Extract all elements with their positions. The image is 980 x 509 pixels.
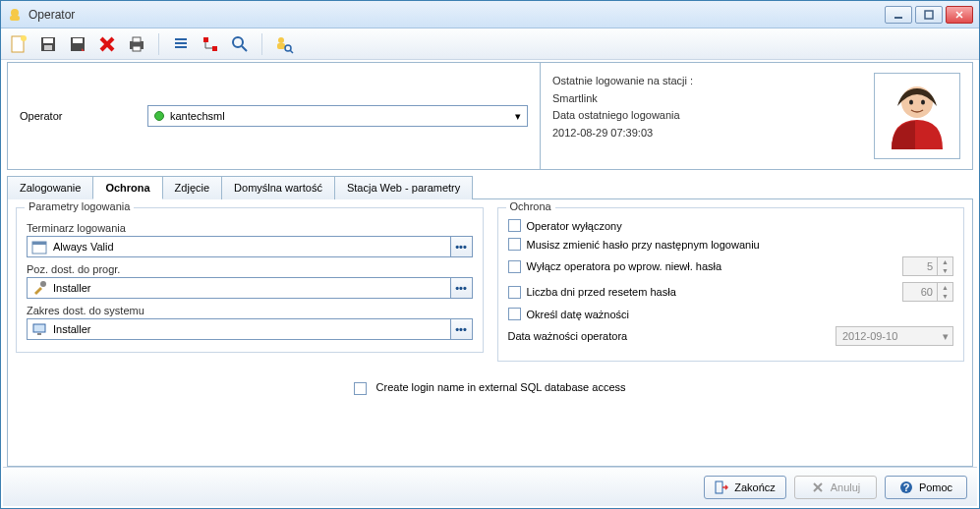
last-login-date-label: Data ostatniego logowania [552, 107, 864, 125]
fieldset-parametry-logowania: Parametry logowania Terminarz logowania … [16, 207, 484, 353]
chevron-down-icon: ▾ [943, 330, 949, 343]
checkbox-create-sql-login[interactable] [354, 382, 367, 395]
button-label: Pomoc [919, 481, 952, 493]
app-icon [7, 7, 23, 23]
last-login-station-value: Smartlink [552, 90, 864, 108]
button-label: Anuluj [831, 481, 861, 493]
tab-body: Parametry logowania Terminarz logowania … [7, 198, 973, 467]
svg-rect-38 [37, 333, 41, 335]
button-label: Zakończ [734, 481, 776, 493]
titlebar: Operator [1, 1, 979, 28]
print-icon[interactable] [127, 34, 146, 54]
list-icon[interactable] [171, 34, 191, 54]
checkbox-label: Określ datę ważności [527, 309, 630, 320]
help-button[interactable]: ? Pomoc [885, 476, 967, 499]
monitor-icon [31, 321, 47, 337]
checkbox-disable-after-bad-pwd[interactable] [508, 260, 521, 273]
svg-line-30 [290, 50, 293, 53]
svg-rect-9 [43, 38, 53, 43]
tab-zdjecie[interactable]: Zdjęcie [162, 176, 222, 199]
cancel-button: Anuluj [794, 476, 877, 499]
svg-point-25 [233, 37, 243, 47]
date-value: 2012-09-10 [842, 330, 897, 342]
svg-rect-16 [133, 37, 141, 42]
picker-value: Installer [51, 282, 450, 294]
save-icon[interactable] [38, 34, 58, 54]
minimize-button[interactable] [885, 6, 912, 24]
browse-button[interactable]: ••• [450, 319, 472, 339]
picker-value: Installer [51, 323, 450, 335]
tab-ochrona[interactable]: Ochrona [92, 176, 162, 199]
checkbox-must-change-password[interactable] [508, 238, 521, 251]
svg-rect-12 [73, 38, 83, 43]
save-as-icon[interactable] [68, 34, 87, 54]
spinner-value: 60 [903, 286, 937, 298]
hierarchy-icon[interactable] [201, 34, 220, 54]
label-zakres: Zakres dost. do systemu [27, 305, 473, 316]
label-poz-dost: Poz. dost. do progr. [27, 263, 473, 275]
picker-value: Always Valid [51, 241, 450, 253]
close-dialog-button[interactable]: Zakończ [704, 476, 786, 499]
checkbox-set-expiry[interactable] [508, 308, 521, 320]
picker-terminarz[interactable]: Always Valid ••• [27, 236, 473, 257]
operator-select-value: kantechsml [170, 110, 225, 122]
svg-point-36 [40, 281, 46, 287]
checkbox-label: Liczba dni przed resetem hasła [527, 286, 676, 298]
svg-rect-3 [925, 11, 933, 19]
operator-label: Operator [20, 110, 147, 122]
tab-zalogowanie[interactable]: Zalogowanie [7, 176, 93, 199]
tool-icon [31, 280, 47, 296]
spinner-days-before-reset: 60 ▲▼ [902, 282, 953, 302]
toolbar-separator [158, 33, 159, 55]
login-info: Ostatnie logowanie na stacji : Smartlink… [552, 73, 864, 159]
svg-rect-21 [203, 37, 208, 42]
checkbox-label: Create login name in external SQL databa… [376, 381, 626, 393]
close-button[interactable] [946, 6, 973, 24]
calendar-icon [31, 239, 47, 254]
new-icon[interactable] [9, 34, 29, 54]
label-terminarz: Terminarz logowania [27, 222, 473, 234]
spinner-value: 5 [903, 260, 937, 272]
svg-rect-1 [10, 16, 20, 21]
svg-rect-10 [44, 45, 52, 50]
picker-poz-dost[interactable]: Installer ••• [27, 277, 473, 299]
last-login-date-value: 2012-08-29 07:39:03 [552, 125, 864, 142]
browse-button[interactable]: ••• [450, 237, 472, 256]
fieldset-legend: Ochrona [506, 200, 555, 212]
fieldset-legend: Parametry logowania [25, 200, 134, 212]
svg-rect-17 [133, 46, 141, 51]
last-login-station-label: Ostatnie logowanie na stacji : [552, 73, 864, 90]
operator-window: Operator Operator kantechsml ▾ [0, 0, 980, 509]
exit-icon [715, 481, 728, 494]
checkbox-days-before-reset[interactable] [508, 286, 521, 299]
svg-rect-37 [33, 324, 45, 332]
toolbar-separator [261, 33, 262, 55]
svg-point-27 [278, 37, 284, 43]
spinner-bad-pwd-count: 5 ▲▼ [902, 256, 953, 276]
date-expiry: 2012-09-10 ▾ [836, 326, 953, 346]
svg-rect-22 [212, 46, 217, 51]
svg-text:?: ? [903, 481, 910, 493]
browse-button[interactable]: ••• [450, 278, 472, 298]
search-icon[interactable] [230, 34, 250, 54]
help-icon: ? [899, 481, 913, 494]
operator-select[interactable]: kantechsml ▾ [147, 105, 528, 127]
tab-domyslna[interactable]: Domyślna wartość [221, 176, 335, 199]
user-search-icon[interactable] [274, 34, 294, 54]
svg-point-33 [921, 100, 925, 105]
svg-rect-18 [175, 38, 187, 40]
svg-point-7 [21, 35, 27, 41]
svg-rect-19 [175, 42, 187, 44]
window-title: Operator [29, 8, 885, 22]
checkbox-label: Musisz zmienić hasło przy następnym logo… [527, 239, 760, 251]
picker-zakres[interactable]: Installer ••• [27, 318, 473, 340]
header-panel: Operator kantechsml ▾ Ostatnie logowanie… [7, 62, 973, 170]
tab-stacja-web[interactable]: Stacja Web - parametry [334, 176, 473, 199]
footer: Zakończ Anuluj ? Pomoc [3, 467, 977, 506]
svg-line-26 [242, 46, 247, 51]
checkbox-operator-disabled[interactable] [508, 219, 521, 232]
delete-icon[interactable] [97, 34, 117, 54]
svg-rect-39 [716, 481, 722, 493]
fieldset-ochrona: Ochrona Operator wyłączony Musisz zmieni… [497, 207, 965, 362]
maximize-button[interactable] [915, 6, 943, 24]
